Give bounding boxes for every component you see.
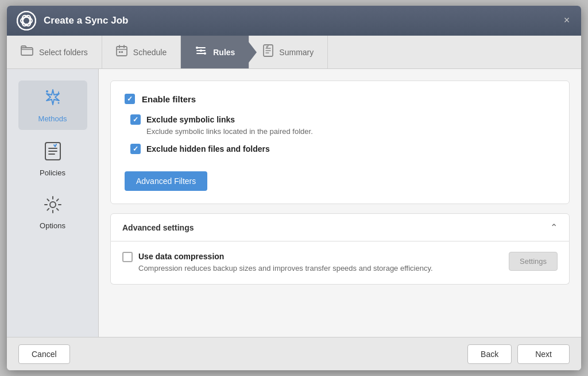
exclude-hidden-row: ✓ Exclude hidden files and folders <box>130 144 555 154</box>
enable-filters-row: ✓ Enable filters <box>125 94 555 104</box>
options-icon <box>44 195 62 218</box>
sidebar-item-options-label: Options <box>40 221 65 230</box>
policies-icon <box>44 141 61 165</box>
compression-checkbox[interactable] <box>122 252 133 262</box>
advanced-settings-title: Advanced settings <box>122 223 194 232</box>
exclude-symlinks-row: ✓ Exclude symbolic links <box>130 114 555 125</box>
svg-point-9 <box>200 49 202 52</box>
app-icon <box>16 10 37 31</box>
main-area: Methods Policies <box>7 69 581 337</box>
compression-text: Use data compression Compression reduces… <box>138 252 500 274</box>
svg-point-13 <box>57 102 59 104</box>
chevron-up-icon: ⌃ <box>550 222 558 233</box>
cancel-button[interactable]: Cancel <box>18 344 70 364</box>
compression-left: Use data compression Compression reduces… <box>122 252 500 274</box>
titlebar: Create a Sync Job × <box>7 6 581 36</box>
svg-rect-6 <box>119 51 121 53</box>
exclude-hidden-checkbox[interactable]: ✓ <box>130 144 141 154</box>
svg-point-3 <box>21 14 32 27</box>
back-button[interactable]: Back <box>467 344 512 364</box>
step-schedule-icon <box>116 45 127 59</box>
step-summary[interactable]: Summary <box>249 36 328 68</box>
sidebar-item-policies-label: Policies <box>40 168 65 177</box>
stepbar: Select folders Schedule <box>7 36 581 69</box>
compression-label: Use data compression <box>138 252 500 261</box>
exclude-symlinks-desc: Exclude symbolic links located in the pa… <box>146 127 555 136</box>
sub-options: ✓ Exclude symbolic links Exclude symboli… <box>130 114 555 154</box>
compression-desc: Compression reduces backup sizes and imp… <box>138 263 500 274</box>
sidebar-item-methods[interactable]: Methods <box>18 80 87 130</box>
compression-settings-button[interactable]: Settings <box>509 252 558 271</box>
advanced-filters-button[interactable]: Advanced Filters <box>125 171 207 191</box>
exclude-symlinks-label: Exclude symbolic links <box>146 115 235 124</box>
compression-row: Use data compression Compression reduces… <box>122 252 558 274</box>
next-button[interactable]: Next <box>517 344 570 364</box>
sidebar-item-methods-label: Methods <box>38 114 67 123</box>
advanced-settings-body: Use data compression Compression reduces… <box>110 241 570 285</box>
methods-icon <box>43 87 63 111</box>
exclude-hidden-option: ✓ Exclude hidden files and folders <box>130 144 555 154</box>
step-summary-icon <box>263 44 273 60</box>
svg-point-12 <box>46 90 48 93</box>
step-select-folders[interactable]: Select folders <box>7 36 102 68</box>
footer-right: Back Next <box>467 344 570 364</box>
enable-filters-checkbox[interactable]: ✓ <box>125 94 135 104</box>
dialog: Create a Sync Job × Select folders <box>7 6 581 370</box>
exclude-symlinks-option: ✓ Exclude symbolic links Exclude symboli… <box>130 114 555 136</box>
svg-point-8 <box>196 47 198 49</box>
dialog-title: Create a Sync Job <box>44 15 128 26</box>
svg-point-10 <box>204 52 206 55</box>
step-rules-label: Rules <box>213 48 235 57</box>
content-area: ✓ Enable filters ✓ Exclude symbolic link… <box>99 69 581 337</box>
step-select-folders-label: Select folders <box>39 48 88 57</box>
sidebar-item-policies[interactable]: Policies <box>18 135 87 184</box>
svg-point-15 <box>50 202 56 208</box>
step-schedule-label: Schedule <box>133 48 167 57</box>
step-rules[interactable]: Rules <box>181 36 249 68</box>
advanced-settings-header[interactable]: Advanced settings ⌃ <box>110 213 570 241</box>
enable-filters-label: Enable filters <box>142 94 196 104</box>
svg-point-0 <box>17 11 36 30</box>
step-rules-icon <box>195 45 207 59</box>
exclude-hidden-label: Exclude hidden files and folders <box>146 144 270 154</box>
close-button[interactable]: × <box>560 14 573 26</box>
svg-rect-7 <box>121 51 123 53</box>
footer: Cancel Back Next <box>7 337 581 370</box>
exclude-symlinks-checkbox[interactable]: ✓ <box>130 114 141 125</box>
filters-card: ✓ Enable filters ✓ Exclude symbolic link… <box>110 80 570 204</box>
sidebar-item-options[interactable]: Options <box>18 189 87 237</box>
step-summary-label: Summary <box>279 48 314 57</box>
svg-rect-4 <box>21 48 33 55</box>
step-schedule[interactable]: Schedule <box>102 36 181 68</box>
sidebar: Methods Policies <box>7 69 99 337</box>
advanced-settings-section: Advanced settings ⌃ Use data compression… <box>110 213 570 285</box>
step-select-folders-icon <box>21 45 33 59</box>
